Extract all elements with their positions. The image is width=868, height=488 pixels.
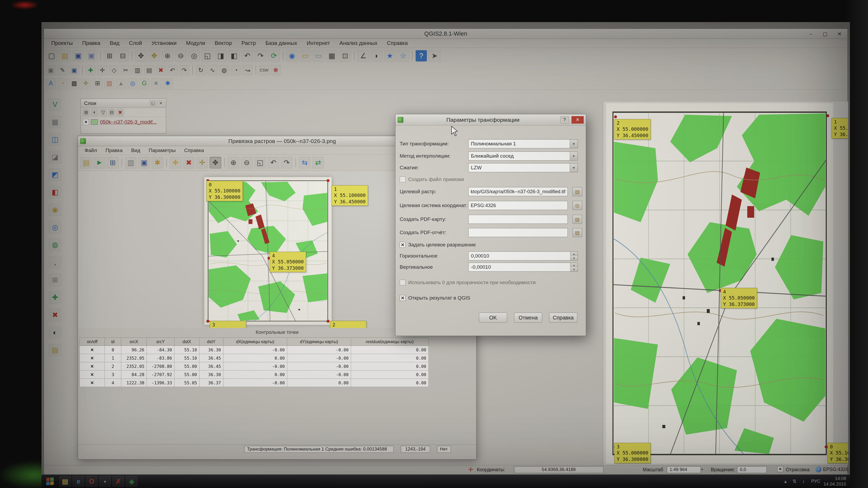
- grass-tools-icon[interactable]: G: [140, 78, 150, 89]
- menubar-item[interactable]: Установки: [148, 39, 180, 47]
- browse-folder-icon[interactable]: ▤: [572, 228, 582, 237]
- vertical-spinbox[interactable]: -0,00010 ▴▾: [468, 263, 578, 272]
- spinner-arrows[interactable]: ▴▾: [570, 252, 578, 260]
- map-tips-icon[interactable]: ◗: [371, 50, 382, 62]
- field-calculator-icon[interactable]: ⊡: [339, 50, 351, 62]
- cut-features-icon[interactable]: ✂: [121, 65, 131, 75]
- deselect-features-icon[interactable]: ▭: [313, 50, 324, 62]
- pan-tool-icon[interactable]: ✥: [210, 157, 221, 168]
- minimize-icon[interactable]: –: [806, 30, 816, 37]
- gcp-table-row[interactable]: ✕096.26-84.3055.1036.30-0.00-0.000.00: [80, 346, 429, 354]
- gcp-table-row[interactable]: ✕384.28-2707.9255.0036.300.00-0.000.00: [80, 370, 429, 379]
- add-oracle-layer-icon[interactable]: ◧: [49, 186, 61, 198]
- help-contents-icon[interactable]: ?: [415, 50, 427, 62]
- zoom-next-icon[interactable]: ↷: [255, 50, 267, 62]
- layer-name[interactable]: 050k--n37-026-3_modif...: [100, 119, 157, 125]
- col-dy[interactable]: dY(единицы карты): [287, 338, 351, 346]
- float-panel-icon[interactable]: ◱: [150, 100, 156, 106]
- menubar-item[interactable]: Слой: [125, 39, 146, 47]
- render-checkbox[interactable]: ✕: [777, 466, 783, 472]
- python-console-icon[interactable]: ≡: [151, 78, 161, 89]
- add-wms-layer-icon[interactable]: ◉: [49, 204, 61, 216]
- zoom-out-icon[interactable]: ⊖: [175, 50, 187, 62]
- delete-point-icon[interactable]: ✖: [183, 157, 195, 168]
- menubar-item[interactable]: Модули: [182, 39, 209, 47]
- network-icon[interactable]: ⇅: [791, 477, 798, 485]
- raster-calculator-icon[interactable]: ⊞: [93, 78, 103, 89]
- menubar-item[interactable]: Вид: [106, 39, 123, 47]
- zoom-full-icon[interactable]: ◱: [202, 50, 213, 62]
- transform-type-select[interactable]: Полиномиальная 1 ▾: [468, 139, 578, 148]
- zoom-in-icon[interactable]: ⊕: [228, 157, 239, 168]
- save-project-icon[interactable]: ▣: [72, 50, 84, 62]
- layer-item[interactable]: ✕ 050k--n37-026-3_modif...: [81, 117, 166, 127]
- zoom-to-layer-icon[interactable]: ◧: [228, 50, 240, 62]
- show-bookmarks-icon[interactable]: ☆: [397, 50, 409, 62]
- gcp-table-row[interactable]: ✕41222.38-1396.3355.0536.37-0.000.000.00: [80, 379, 429, 387]
- clock[interactable]: 14:08 14.04.2015: [824, 476, 846, 487]
- manage-visibility-icon[interactable]: ◐: [91, 109, 98, 116]
- field-notes-icon[interactable]: ▤: [49, 344, 61, 356]
- add-feature-icon[interactable]: ✚: [86, 65, 96, 75]
- zoom-native-icon[interactable]: ◎: [188, 50, 200, 62]
- add-point-icon[interactable]: ✚: [170, 157, 181, 168]
- menubar-item[interactable]: Анализ данных: [336, 39, 381, 47]
- measure-icon[interactable]: ∠: [358, 50, 369, 62]
- file-explorer-icon[interactable]: ▤: [59, 476, 71, 487]
- georeferencer-menu-item[interactable]: Файл: [81, 147, 100, 154]
- decorations-icon[interactable]: ▩: [69, 78, 79, 89]
- point-enabled-checkbox[interactable]: ✕: [80, 379, 105, 387]
- load-gcp-points-icon[interactable]: ▥: [125, 157, 137, 168]
- col-dstx[interactable]: dstX: [175, 338, 199, 346]
- volume-icon[interactable]: ♪: [800, 477, 807, 485]
- crs-picker-icon[interactable]: ◎: [572, 201, 582, 210]
- attribute-table-icon[interactable]: ▦: [326, 50, 338, 62]
- georeferencer-menu-item[interactable]: Вид: [128, 147, 144, 154]
- add-postgis-layer-icon[interactable]: ◫: [49, 133, 61, 145]
- add-wfs-layer-icon[interactable]: ◍: [49, 239, 61, 251]
- open-result-checkbox[interactable]: ✕: [400, 295, 406, 301]
- layer-visibility-checkbox[interactable]: ✕: [83, 119, 89, 125]
- compression-select[interactable]: LZW ▾: [468, 163, 578, 172]
- gcp-table-row[interactable]: ✕12352.05-83.8655.1036.450.00-0.000.00: [80, 354, 429, 362]
- node-tool-icon[interactable]: ◇: [109, 65, 119, 75]
- crs-badge[interactable]: EPSG:4326: [816, 466, 848, 472]
- target-crs-input[interactable]: EPSG:4326: [468, 201, 568, 210]
- filter-legend-icon[interactable]: ▽: [99, 109, 107, 116]
- new-shapefile-icon[interactable]: ✚: [49, 291, 61, 303]
- open-raster-icon[interactable]: ▤: [80, 157, 92, 168]
- remove-layer-icon[interactable]: ✖: [117, 109, 124, 116]
- menubar-item[interactable]: База данных: [262, 39, 301, 47]
- zoom-last-icon[interactable]: ↶: [242, 50, 253, 62]
- pdf-report-input[interactable]: [468, 228, 568, 237]
- new-composer-icon[interactable]: ⊞: [104, 50, 116, 62]
- new-project-icon[interactable]: ▢: [46, 50, 57, 62]
- horizontal-spinbox[interactable]: 0,00010 ▴▾: [468, 252, 578, 260]
- world-file-checkbox[interactable]: [400, 176, 406, 182]
- zoom-next-icon[interactable]: ↷: [281, 157, 292, 168]
- open-project-icon[interactable]: ▤: [59, 50, 71, 62]
- remove-layer-icon[interactable]: ✖: [49, 309, 61, 321]
- scale-dropdown-icon[interactable]: ▾: [701, 467, 703, 471]
- col-residual[interactable]: residual(единицы карты): [351, 338, 429, 346]
- georeferencer-menu-item[interactable]: Справка: [181, 147, 208, 154]
- menubar-item[interactable]: Правка: [79, 39, 104, 47]
- col-id[interactable]: id: [105, 338, 121, 346]
- add-group-icon[interactable]: ⊞: [83, 109, 90, 116]
- help-button[interactable]: Справка: [549, 313, 577, 323]
- internet-explorer-icon[interactable]: e: [72, 476, 84, 487]
- menubar-item[interactable]: Справка: [383, 39, 411, 47]
- spinner-arrows[interactable]: ▴▾: [570, 263, 578, 271]
- add-delimited-text-icon[interactable]: ,: [49, 256, 61, 268]
- copy-features-icon[interactable]: ▥: [132, 65, 143, 75]
- pan-map-icon[interactable]: ✥: [135, 50, 147, 62]
- col-dx[interactable]: dX(единицы карты): [223, 338, 287, 346]
- link-georeferencer-to-qgis-icon[interactable]: ⇆: [299, 157, 311, 168]
- zoom-last-icon[interactable]: ↶: [268, 157, 279, 168]
- simplify-feature-icon[interactable]: ∿: [208, 65, 218, 75]
- toggle-editing-icon[interactable]: ✎: [57, 65, 67, 75]
- current-edits-icon[interactable]: ▣: [46, 65, 56, 75]
- coords-input[interactable]: 54.9369,36.4189: [514, 466, 603, 473]
- output-raster-input[interactable]: ktop/GIS/карта/050k--n37-026-3_modified.…: [468, 187, 568, 196]
- opera-icon[interactable]: O: [86, 476, 98, 487]
